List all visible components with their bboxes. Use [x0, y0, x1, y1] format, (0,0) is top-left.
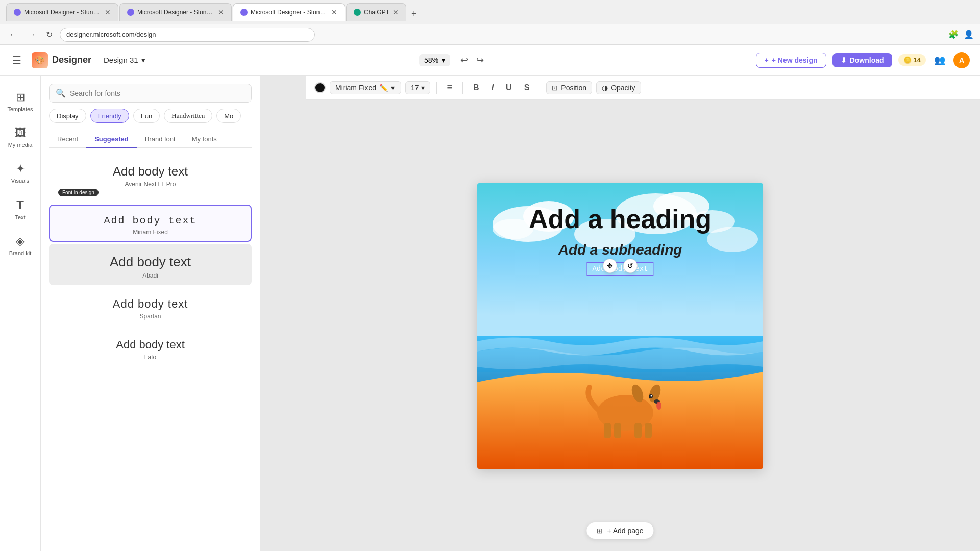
app-logo: 🎨 Designer	[32, 52, 91, 68]
formatting-bar: Miriam Fixed ✏️ ▾ 17 ▾ ≡ B I U S ⊡ Posit…	[306, 76, 980, 100]
font-item-lato[interactable]: Add body text Lato	[49, 328, 252, 367]
divider-1	[436, 82, 437, 94]
tab-recent-label: Recent	[57, 135, 78, 143]
new-tab-button[interactable]: +	[407, 7, 421, 21]
svg-rect-18	[604, 423, 611, 438]
left-sidebar: ⊞ Templates 🖼 My media ✦ Visuals T Text …	[0, 76, 41, 551]
chip-more[interactable]: Mo	[216, 109, 241, 123]
italic-button[interactable]: I	[487, 81, 498, 94]
profile-icon[interactable]: 👤	[964, 30, 974, 39]
move-handle[interactable]: ✥	[603, 259, 617, 273]
share-button[interactable]: 👥	[932, 53, 947, 68]
tab-favicon-1	[14, 9, 21, 16]
position-label: Position	[561, 84, 586, 92]
font-size-button[interactable]: 17 ▾	[405, 81, 430, 94]
coins-icon: 🪙	[903, 56, 912, 64]
navigation-bar: ← → ↻ designer.microsoft.com/design 🧩 👤	[0, 24, 980, 45]
position-button[interactable]: ⊡ Position	[546, 81, 592, 94]
brand-kit-label: Brand kit	[9, 250, 31, 256]
address-bar[interactable]: designer.microsoft.com/design	[60, 28, 315, 42]
download-button[interactable]: ⬇ Download	[832, 53, 892, 67]
canvas-heading[interactable]: Add a heading	[477, 204, 763, 234]
sidebar-item-text[interactable]: T Text	[3, 193, 38, 226]
header-center: 58% ▾ ↩ ↪	[158, 53, 748, 68]
tab-close-1[interactable]: ✕	[105, 8, 111, 16]
font-name-abadi: Abadi	[142, 272, 158, 279]
sidebar-item-brand-kit[interactable]: ◈ Brand kit	[3, 230, 38, 261]
menu-button[interactable]: ☰	[10, 52, 23, 68]
new-design-button[interactable]: + + New design	[756, 53, 826, 68]
zoom-value: 58%	[424, 56, 438, 64]
align-button[interactable]: ≡	[443, 80, 457, 95]
tab-bar: Microsoft Designer - Stunning ✕ Microsof…	[6, 3, 974, 21]
canvas-handles: ✥ ↺	[603, 259, 638, 273]
header-right: + + New design ⬇ Download 🪙 14 👥 A	[756, 52, 970, 68]
tab-close-4[interactable]: ✕	[393, 8, 399, 16]
font-item-abadi[interactable]: Add body text Abadi	[49, 244, 252, 285]
app-name: Designer	[52, 55, 91, 65]
svg-point-16	[651, 395, 652, 397]
chip-handwritten[interactable]: Handwritten	[164, 109, 212, 123]
font-preview-miriam: Add body text	[104, 215, 197, 227]
back-button[interactable]: ←	[6, 28, 20, 41]
tab-favicon-2	[127, 9, 134, 16]
text-color-button[interactable]	[314, 82, 326, 93]
redo-button[interactable]: ↪	[474, 53, 486, 68]
tab-close-2[interactable]: ✕	[218, 8, 224, 16]
undo-button[interactable]: ↩	[458, 53, 470, 68]
tab-favicon-3	[240, 9, 248, 16]
zoom-control[interactable]: 58% ▾	[419, 54, 450, 66]
font-panel-inner: 🔍 Display Friendly Fun Handwritten Mo Re…	[41, 76, 260, 551]
add-page-icon: ⊞	[597, 527, 603, 535]
extensions-icon[interactable]: 🧩	[948, 30, 959, 39]
sidebar-item-visuals[interactable]: ✦ Visuals	[3, 157, 38, 189]
chip-display[interactable]: Display	[49, 109, 86, 123]
avatar[interactable]: A	[953, 52, 970, 68]
canvas[interactable]: Add a heading Add a subheading Add body …	[477, 183, 763, 469]
download-icon: ⬇	[841, 56, 847, 64]
tab-brand-font-label: Brand font	[145, 135, 176, 143]
tab-my-fonts[interactable]: My fonts	[184, 131, 225, 148]
tab-label-2: Microsoft Designer - Stunning	[137, 9, 215, 16]
font-item-miriam[interactable]: Add body text Miriam Fixed	[49, 205, 252, 242]
canvas-subheading[interactable]: Add a subheading	[477, 242, 763, 258]
font-name-text: Miriam Fixed	[335, 84, 376, 92]
svg-point-17	[656, 402, 662, 410]
add-page-bar[interactable]: ⊞ + Add page	[586, 522, 653, 539]
tab-suggested[interactable]: Suggested	[86, 131, 136, 148]
font-tabs: Recent Suggested Brand font My fonts	[49, 131, 252, 148]
font-preview-abadi: Add body text	[110, 254, 191, 270]
chip-friendly[interactable]: Friendly	[90, 109, 129, 123]
tab-recent[interactable]: Recent	[49, 131, 86, 148]
tab-label-3: Microsoft Designer - Stunning	[251, 9, 328, 16]
underline-button[interactable]: U	[502, 81, 516, 94]
tab-label-4: ChatGPT	[364, 9, 389, 16]
zoom-chevron-icon: ▾	[442, 56, 445, 64]
opacity-label: Opacity	[611, 84, 635, 92]
sidebar-item-templates[interactable]: ⊞ Templates	[3, 86, 38, 117]
chip-fun[interactable]: Fun	[133, 109, 160, 123]
font-item-spartan[interactable]: Add body text Spartan	[49, 287, 252, 326]
sidebar-item-my-media[interactable]: 🖼 My media	[3, 121, 38, 153]
tab-brand-font[interactable]: Brand font	[137, 131, 184, 148]
font-name-button[interactable]: Miriam Fixed ✏️ ▾	[330, 81, 401, 94]
forward-button[interactable]: →	[24, 28, 39, 41]
tab-3[interactable]: Microsoft Designer - Stunning ✕	[233, 3, 345, 21]
tab-1[interactable]: Microsoft Designer - Stunning ✕	[6, 3, 118, 21]
reset-handle[interactable]: ↺	[623, 259, 638, 273]
bold-button[interactable]: B	[469, 81, 483, 94]
text-icon: T	[16, 198, 24, 212]
tab-4[interactable]: ChatGPT ✕	[346, 3, 406, 21]
design-title[interactable]: Design 31 ▾	[100, 54, 150, 67]
opacity-button[interactable]: ◑ Opacity	[596, 81, 641, 94]
strikethrough-button[interactable]: S	[520, 81, 534, 94]
font-name-avenir: Avenir Next LT Pro	[125, 181, 176, 188]
search-input[interactable]	[70, 89, 245, 97]
svg-rect-20	[634, 423, 642, 438]
refresh-button[interactable]: ↻	[43, 28, 56, 41]
font-preview-avenir: Add body text	[113, 164, 188, 179]
tab-2[interactable]: Microsoft Designer - Stunning ✕	[119, 3, 232, 21]
font-item-avenir[interactable]: Add body text Avenir Next LT Pro Font in…	[49, 154, 252, 203]
search-box[interactable]: 🔍	[49, 84, 252, 103]
tab-close-3[interactable]: ✕	[331, 8, 337, 16]
